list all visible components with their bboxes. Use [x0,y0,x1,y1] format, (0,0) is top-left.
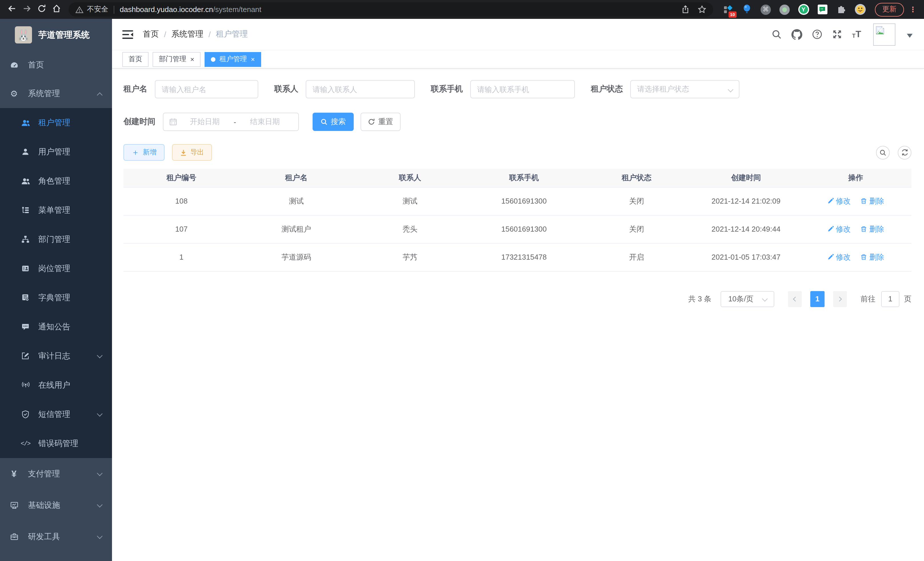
sidebar-item-online-users[interactable]: 在线用户 [0,371,112,400]
field-label: 租户名 [123,84,147,94]
trash-icon [861,254,867,260]
cell-actions: 修改 删除 [800,243,911,271]
status-select[interactable]: 请选择租户状态 [630,80,740,98]
delete-label: 删除 [869,196,884,206]
delete-link[interactable]: 删除 [861,252,884,262]
mobile-input[interactable] [470,80,575,98]
col-tenant-name: 租户名 [239,169,353,187]
close-icon[interactable]: × [251,56,255,63]
chevron-down-icon [97,470,103,476]
toggle-search-button[interactable] [876,146,890,159]
add-button[interactable]: ＋ 新增 [123,144,165,161]
sidebar-item-notice[interactable]: 通知公告 [0,312,112,341]
cell-status: 关闭 [581,187,692,215]
sidebar-item-home[interactable]: 首页 [0,51,112,80]
date-range-picker[interactable]: 开始日期 - 结束日期 [163,113,299,131]
chevron-down-icon [97,533,103,539]
sidebar-item-dept[interactable]: 部门管理 [0,225,112,254]
toolbox-icon [9,532,19,541]
reset-label: 重置 [378,117,393,127]
refresh-table-button[interactable] [898,146,911,159]
edit-link[interactable]: 修改 [827,252,850,262]
delete-link[interactable]: 删除 [861,196,884,206]
sidebar-item-post[interactable]: 岗位管理 [0,254,112,283]
share-icon[interactable] [681,5,690,14]
help-icon[interactable] [812,29,822,39]
reset-button[interactable]: 重置 [361,113,400,131]
sidebar-item-dev-tools[interactable]: 研发工具 [0,521,112,552]
sidebar-logo-row[interactable]: 🐰 芋道管理系统 [0,19,112,51]
tenant-users-icon [21,118,30,127]
sidebar-item-pay[interactable]: ¥ 支付管理 [0,458,112,490]
contact-input[interactable] [306,80,415,98]
extension-grid-icon[interactable]: 10 [722,4,734,15]
trash-icon [861,226,867,232]
browser-back-button[interactable] [4,2,20,17]
extension-command-icon[interactable]: ⌘ [760,4,771,15]
chevron-down-icon [97,352,103,358]
cell-mobile: 15601691300 [467,215,581,243]
github-icon[interactable] [791,29,802,40]
browser-menu-icon[interactable]: ⋮ [909,5,916,14]
prev-page-button[interactable] [788,291,802,307]
filter-tenant-name: 租户名 [123,80,258,98]
search-button[interactable]: 搜索 [313,113,354,131]
search-icon[interactable] [771,29,782,39]
sidebar-item-user[interactable]: 用户管理 [0,137,112,166]
cell-contact: 芋艿 [353,243,467,271]
extension-y-icon[interactable]: Y [798,4,809,15]
sidebar-item-system[interactable]: ⚙ 系统管理 [0,80,112,108]
tenant-name-input[interactable] [155,80,258,98]
export-button[interactable]: 导出 [172,144,212,161]
breadcrumb-home[interactable]: 首页 [143,29,159,39]
sidebar-item-label: 租户管理 [38,117,70,128]
sidebar-item-menu[interactable]: 菜单管理 [0,196,112,225]
sidebar-item-label: 在线用户 [38,380,70,390]
page-size-select[interactable]: 10条/页 [721,291,774,307]
tag-dept[interactable]: 部门管理 × [153,52,201,67]
avatar[interactable] [873,23,896,45]
sidebar-item-infra[interactable]: 基础设施 [0,490,112,521]
close-icon[interactable]: × [190,56,194,63]
edit-link[interactable]: 修改 [827,196,850,206]
fullscreen-icon[interactable] [832,29,842,39]
url-bar[interactable]: 不安全 dashboard.yudao.iocoder.cn/system/te… [69,2,713,17]
breadcrumb-system[interactable]: 系统管理 [171,29,203,39]
current-page-button[interactable]: 1 [810,291,825,307]
profile-avatar-icon[interactable] [854,4,866,15]
extensions-area: 10 ⌘ Y [722,4,866,15]
extension-chat-icon[interactable] [817,4,828,15]
extension-record-icon[interactable] [779,4,790,15]
goto-page-input[interactable] [881,291,899,307]
browser-home-button[interactable] [49,2,64,17]
delete-link[interactable]: 删除 [861,224,884,234]
sidebar-item-label: 研发工具 [28,532,60,542]
sidebar-item-dict[interactable]: 字典管理 [0,283,112,312]
app-frame: 🐰 芋道管理系统 首页 ⚙ 系统管理 租户管理 [0,19,924,561]
sidebar-item-error-code[interactable]: </> 错误码管理 [0,429,112,458]
bookmark-star-icon[interactable] [698,5,706,14]
font-size-icon[interactable]: TT [852,30,861,39]
next-page-button[interactable] [833,291,847,307]
sidebar-item-sms[interactable]: 短信管理 [0,400,112,429]
edit-link[interactable]: 修改 [827,224,850,234]
sidebar-item-role[interactable]: 角色管理 [0,166,112,196]
avatar-caret-icon[interactable] [907,34,913,41]
sidebar-item-audit-log[interactable]: 审计日志 [0,341,112,371]
field-label: 租户状态 [591,84,623,94]
tag-tenant[interactable]: 租户管理 × [205,52,261,67]
cell-mobile: 17321315478 [467,243,581,271]
extension-balloon-icon[interactable] [741,4,753,15]
browser-forward-button[interactable] [20,2,34,17]
browser-update-button[interactable]: 更新 [875,3,904,16]
table-toolbar: ＋ 新增 导出 [123,144,911,161]
tag-home[interactable]: 首页 [122,52,148,67]
sidebar-collapse-button[interactable] [122,29,133,39]
url-text: dashboard.yudao.iocoder.cn/system/tenant [120,5,261,14]
browser-reload-button[interactable] [34,2,49,17]
extensions-puzzle-icon[interactable] [836,4,847,15]
chevron-left-icon [793,296,798,301]
filter-contact: 联系人 [274,80,415,98]
sidebar-item-tenant[interactable]: 租户管理 [0,108,112,137]
tag-label: 首页 [129,54,142,64]
